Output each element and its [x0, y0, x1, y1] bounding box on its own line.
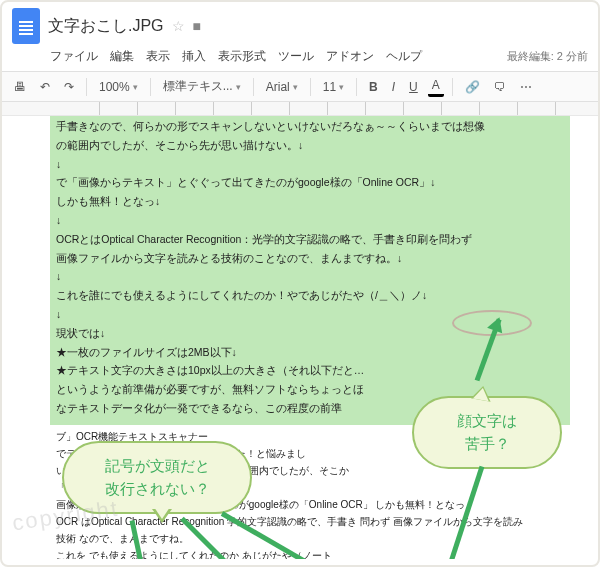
last-edit-label[interactable]: 最終編集: 2 分前 [507, 49, 588, 64]
chevron-down-icon: ▾ [293, 82, 298, 92]
text-line[interactable]: 手書きなので、何らかの形でスキャンしないといけないだろなぁ～～くらいまでは想像 [56, 118, 564, 135]
chevron-down-icon: ▾ [339, 82, 344, 92]
text-line[interactable]: ↓ [56, 268, 564, 285]
menu-format[interactable]: 表示形式 [218, 48, 266, 65]
docs-app-icon[interactable] [12, 8, 40, 44]
menu-tools[interactable]: ツール [278, 48, 314, 65]
underline-button[interactable]: U [405, 78, 422, 96]
style-select[interactable]: 標準テキス...▾ [159, 76, 245, 97]
title-block: 文字おこし.JPG ☆ ■ [48, 16, 201, 37]
text-line[interactable]: ↓ [56, 212, 564, 229]
text-line[interactable]: OCRとはOptical Character Recognition：光学的文字… [56, 231, 564, 248]
print-icon[interactable]: 🖶 [10, 78, 30, 96]
annotation-text: 記号が文頭だと [80, 455, 234, 478]
font-select[interactable]: Arial▾ [262, 78, 302, 96]
menu-view[interactable]: 表示 [146, 48, 170, 65]
ruler[interactable] [2, 102, 598, 116]
redo-icon[interactable]: ↷ [60, 78, 78, 96]
toolbar: 🖶 ↶ ↷ 100%▾ 標準テキス...▾ Arial▾ 11▾ B I U A… [2, 71, 598, 102]
header: 文字おこし.JPG ☆ ■ [2, 2, 598, 46]
text-line[interactable]: ↓ [56, 156, 564, 173]
document-canvas[interactable]: 手書きなので、何らかの形でスキャンしないといけないだろなぁ～～くらいまでは想像 … [2, 116, 598, 559]
app-window: 文字おこし.JPG ☆ ■ ファイル 編集 表示 挿入 表示形式 ツール アドオ… [0, 0, 600, 567]
italic-button[interactable]: I [388, 78, 399, 96]
menu-help[interactable]: ヘルプ [386, 48, 422, 65]
menu-file[interactable]: ファイル [50, 48, 98, 65]
annotation-text: 改行されない？ [80, 478, 234, 501]
text-line[interactable]: ★テキスト文字の大きさは10px以上の大きさ（それ以下だと… [56, 362, 564, 379]
text-color-button[interactable]: A [428, 76, 444, 97]
chevron-down-icon: ▾ [133, 82, 138, 92]
text-line[interactable]: これを でも使えるようにしてくれたのか あじがたや（ノート [56, 548, 564, 559]
bubble-tail-icon [152, 509, 172, 523]
text-line[interactable]: これを誰にでも使えるようにしてくれたのか！やであじがたや（/＿＼）ノ↓ [56, 287, 564, 304]
document-title[interactable]: 文字おこし.JPG [48, 16, 164, 37]
menu-insert[interactable]: 挿入 [182, 48, 206, 65]
move-folder-icon[interactable]: ■ [193, 18, 201, 34]
menu-addons[interactable]: アドオン [326, 48, 374, 65]
menubar: ファイル 編集 表示 挿入 表示形式 ツール アドオン ヘルプ 最終編集: 2 … [2, 46, 598, 71]
annotation-bubble-2: 顔文字は 苦手？ [412, 396, 562, 469]
bold-button[interactable]: B [365, 78, 382, 96]
zoom-select[interactable]: 100%▾ [95, 78, 142, 96]
chevron-down-icon: ▾ [236, 82, 241, 92]
text-line[interactable]: の範囲内でしたが、そこから先が思い描けない。↓ [56, 137, 564, 154]
menu-edit[interactable]: 編集 [110, 48, 134, 65]
more-icon[interactable]: ⋯ [516, 78, 536, 96]
link-icon[interactable]: 🔗 [461, 78, 484, 96]
highlighted-text-block[interactable]: 手書きなので、何らかの形でスキャンしないといけないだろなぁ～～くらいまでは想像 … [50, 116, 570, 425]
annotation-text: 顔文字は [430, 410, 544, 433]
annotation-text: 苦手？ [430, 433, 544, 456]
comment-icon[interactable]: 🗨 [490, 78, 510, 96]
star-icon[interactable]: ☆ [172, 18, 185, 34]
annotation-bubble-1: 記号が文頭だと 改行されない？ [62, 441, 252, 514]
undo-icon[interactable]: ↶ [36, 78, 54, 96]
text-line[interactable]: で「画像からテキスト」とぐぐって出てきたのがgoogle様の「Online OC… [56, 174, 564, 191]
font-size-select[interactable]: 11▾ [319, 78, 348, 96]
text-line[interactable]: しかも無料！となっ↓ [56, 193, 564, 210]
text-line[interactable]: 画像ファイルから文字を読みとる技術のことなので、まんまですね。↓ [56, 250, 564, 267]
